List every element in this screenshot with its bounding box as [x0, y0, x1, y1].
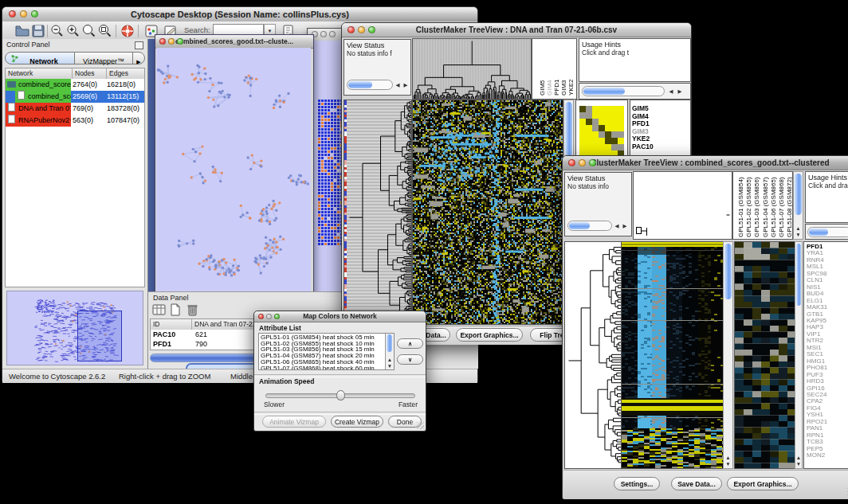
minimize-icon[interactable]: [358, 26, 365, 33]
scroll-left-icon[interactable]: ◀: [667, 86, 675, 96]
column-label[interactable]: GPL51-06 (GSM865): [770, 177, 777, 237]
zoom-window-icon[interactable]: [589, 159, 596, 166]
attr-row-id[interactable]: PAC10: [153, 330, 175, 338]
network-view-titlebar[interactable]: combined_scores_good.txt--cluste...: [155, 35, 313, 49]
col-header-edges[interactable]: Edges: [107, 68, 144, 79]
zoom-out-icon[interactable]: [49, 23, 66, 39]
tv2-row-dendrogram-canvas[interactable]: [564, 241, 622, 469]
zoom-window-icon[interactable]: [177, 38, 183, 45]
attr-row-value[interactable]: 790: [195, 340, 207, 348]
tv2-zoom-heatmap-canvas[interactable]: [734, 241, 795, 469]
resize-grip-icon[interactable]: [417, 422, 424, 429]
column-label[interactable]: GIM5: [539, 80, 546, 96]
minimize-icon[interactable]: [579, 159, 586, 166]
tab-network[interactable]: Network: [5, 52, 75, 64]
column-label[interactable]: PFD1: [553, 80, 560, 96]
zoom-window-icon[interactable]: [329, 31, 336, 37]
tv1-row-dendrogram-canvas[interactable]: [344, 100, 412, 325]
new-attribute-icon[interactable]: [170, 303, 181, 316]
tv1-heatmap-canvas[interactable]: [412, 100, 563, 325]
scroll-left-icon[interactable]: ◀: [613, 221, 621, 231]
column-label[interactable]: GPL51-04 (GSM857): [762, 177, 769, 237]
column-label[interactable]: GPL51-01 (GSM854): [737, 177, 744, 237]
column-label[interactable]: GPL51-08 (GSM872): [786, 177, 793, 237]
tv1-column-dendrogram-canvas[interactable]: [412, 38, 532, 100]
scroll-up-icon[interactable]: ▲: [795, 455, 802, 461]
scroll-down-icon[interactable]: ▼: [795, 461, 802, 467]
network-table-row[interactable]: combined_scores2764(0)16218(0): [6, 79, 144, 91]
settings-button[interactable]: Settings...: [614, 477, 660, 490]
animate-vizmap-button[interactable]: Animate Vizmap: [262, 416, 326, 428]
zoom-window-icon[interactable]: [368, 26, 375, 33]
column-label[interactable]: GPL51-02 (GSM855): [745, 177, 752, 237]
network-table-row[interactable]: RNAPuberNov2+563(0)107847(0): [6, 115, 144, 127]
scroll-left-icon[interactable]: ◀: [394, 80, 402, 90]
main-titlebar[interactable]: Cytoscape Desktop (Session Name: collins…: [2, 7, 477, 22]
column-label[interactable]: GPL51-07 (GSM868): [778, 177, 785, 237]
zoom-in-icon[interactable]: [65, 23, 82, 39]
save-data-button[interactable]: Save Data...: [671, 477, 722, 490]
minimize-icon[interactable]: [168, 38, 175, 45]
scroll-down-icon[interactable]: ▼: [386, 363, 394, 369]
tv2-column-labels-vscrollbar[interactable]: ▲ ▼: [793, 171, 803, 240]
slider-thumb[interactable]: [336, 390, 345, 400]
gene-label[interactable]: MON2: [804, 452, 848, 459]
col-header-nodes[interactable]: Nodes: [73, 68, 107, 79]
network-view-canvas[interactable]: [156, 48, 311, 293]
move-down-button[interactable]: ∨: [397, 354, 423, 365]
scroll-right-icon[interactable]: ▶: [621, 221, 629, 231]
dialog-titlebar[interactable]: Map Colors to Network: [254, 311, 426, 322]
zoom-window-icon[interactable]: [31, 10, 38, 18]
move-up-button[interactable]: ∧: [397, 338, 423, 349]
tv1-status-hscrollbar[interactable]: [347, 80, 393, 90]
gene-label[interactable]: PAC10: [630, 143, 690, 151]
close-icon[interactable]: [347, 26, 355, 33]
network-view-window[interactable]: combined_scores_good.txt--cluste...: [155, 34, 314, 295]
export-graphics-button[interactable]: Export Graphics...: [727, 477, 799, 490]
column-label[interactable]: GIM3: [560, 80, 567, 96]
col-header-network[interactable]: Network: [6, 68, 73, 79]
attribute-list-item[interactable]: GPL51-07 (GSM868) heat shock 60 min: [259, 365, 385, 370]
attribute-list-vscrollbar[interactable]: ▲ ▼: [385, 334, 394, 369]
network-overview-panel[interactable]: [6, 291, 143, 365]
close-icon[interactable]: [159, 38, 166, 45]
tab-vizmapper[interactable]: VizMapper™: [74, 52, 133, 64]
scroll-down-icon[interactable]: ▼: [794, 232, 803, 238]
open-file-icon[interactable]: [14, 23, 31, 39]
select-attributes-icon[interactable]: [152, 303, 166, 316]
zoom-actual-icon[interactable]: [80, 23, 98, 39]
scroll-down-icon[interactable]: ▼: [724, 461, 732, 467]
overview-selection-rect[interactable]: [77, 311, 122, 361]
network-table-row[interactable]: combined_sco2569(6)13112(15): [6, 91, 144, 103]
column-label[interactable]: YKE2: [567, 80, 575, 96]
tv2-heatmap-vscrollbar[interactable]: ▲ ▼: [723, 241, 733, 469]
delete-attribute-icon[interactable]: [186, 303, 198, 317]
network-table-row[interactable]: DNA and Tran 07769(0)183728(0): [6, 103, 144, 115]
column-label[interactable]: GPL51-03 (GSM856): [753, 177, 760, 237]
float-panel-icon[interactable]: [135, 41, 143, 49]
scroll-up-icon[interactable]: ▲: [724, 455, 732, 461]
attr-col-id[interactable]: ID: [151, 319, 192, 330]
minimize-icon[interactable]: [320, 31, 327, 37]
tv1-zoom-hscrollbar[interactable]: [582, 86, 665, 96]
tv2-status-hscrollbar[interactable]: [567, 221, 612, 231]
zoom-window-icon[interactable]: [274, 314, 280, 319]
tv2-column-dendrogram-canvas[interactable]: [633, 171, 732, 240]
tabs-overflow-button[interactable]: ▶: [132, 52, 145, 64]
treeview1-titlebar[interactable]: ClusterMaker TreeView : DNA and Tran 07-…: [342, 23, 691, 37]
scroll-up-icon[interactable]: ▲: [386, 357, 394, 363]
column-label[interactable]: PAC10: [575, 76, 577, 96]
tv2-heatmap-canvas[interactable]: [621, 241, 724, 469]
animation-speed-slider[interactable]: [265, 393, 415, 398]
close-icon[interactable]: [258, 314, 264, 319]
close-icon[interactable]: [568, 159, 575, 166]
scroll-up-icon[interactable]: ▲: [794, 225, 803, 232]
create-vizmap-button[interactable]: Create Vizmap: [331, 416, 383, 428]
treeview2-titlebar[interactable]: ClusterMaker TreeView : combined_scores_…: [563, 156, 848, 170]
tv1-zoom-heatmap-canvas[interactable]: [579, 106, 624, 157]
help-lifering-icon[interactable]: [119, 23, 136, 39]
minimize-icon[interactable]: [266, 314, 272, 319]
attr-row-id[interactable]: PFD1: [153, 340, 171, 348]
scroll-right-icon[interactable]: ▶: [402, 80, 410, 90]
tv2-usage-hscrollbar[interactable]: [807, 227, 848, 237]
